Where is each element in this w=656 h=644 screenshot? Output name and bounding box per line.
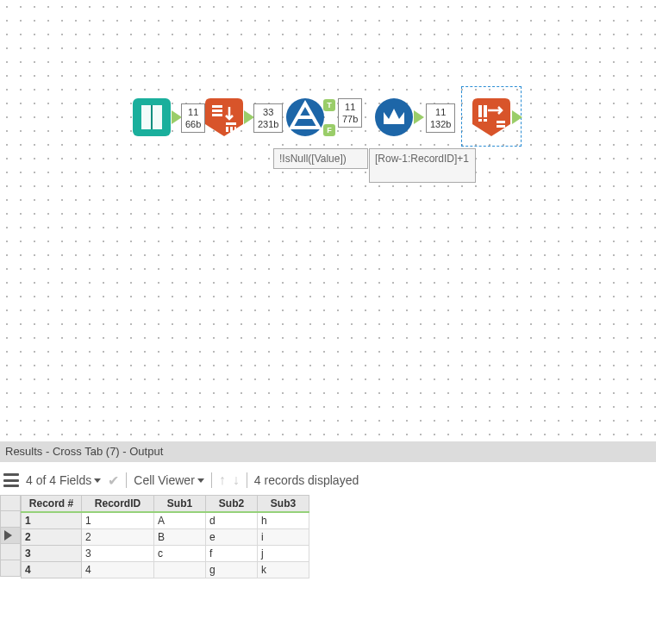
sort-asc-icon[interactable]: ↑ bbox=[219, 472, 226, 488]
separator bbox=[247, 472, 247, 488]
chevron-down-icon bbox=[197, 478, 204, 483]
gutter-row-active[interactable] bbox=[0, 528, 21, 544]
connector-arrow-icon bbox=[512, 110, 522, 124]
results-title-text: Results - Cross Tab (7) - Output bbox=[5, 445, 163, 458]
conn-label-input: 11 66b bbox=[181, 103, 205, 133]
gutter-row[interactable] bbox=[0, 544, 21, 560]
col-header[interactable]: Sub1 bbox=[154, 496, 206, 513]
conn-label-filter-t: 11 77b bbox=[338, 98, 362, 128]
cell-record-num: 3 bbox=[22, 546, 82, 562]
cell[interactable]: f bbox=[206, 546, 258, 562]
cell[interactable]: h bbox=[258, 512, 309, 529]
cell[interactable]: 2 bbox=[82, 529, 154, 546]
cell[interactable]: 1 bbox=[82, 512, 154, 529]
conn-bytes: 231b bbox=[258, 118, 278, 130]
table-row[interactable]: 3 3 c f j bbox=[22, 546, 309, 562]
results-grid[interactable]: Record # RecordID Sub1 Sub2 Sub3 1 1 A d… bbox=[21, 495, 309, 578]
cell[interactable]: j bbox=[258, 546, 309, 562]
results-toolbar: 4 of 4 Fields ✔ Cell Viewer ↑ ↓ 4 record… bbox=[0, 468, 656, 492]
conn-rows: 11 bbox=[342, 101, 358, 113]
cell[interactable]: A bbox=[154, 512, 206, 529]
gutter-row[interactable] bbox=[0, 560, 21, 577]
rows-icon[interactable] bbox=[3, 473, 19, 487]
separator bbox=[126, 472, 127, 488]
filter-false-anchor-icon: F bbox=[323, 124, 335, 136]
cell-record-num: 4 bbox=[22, 562, 82, 578]
annotation-filter: !IsNull([Value]) bbox=[273, 148, 368, 169]
conn-bytes: 132b bbox=[430, 118, 451, 130]
svg-rect-1 bbox=[212, 105, 222, 108]
separator bbox=[211, 472, 212, 488]
connector-arrow-icon bbox=[414, 110, 424, 124]
svg-rect-7 bbox=[234, 127, 236, 132]
svg-rect-15 bbox=[497, 121, 505, 123]
conn-label-transpose: 33 231b bbox=[253, 103, 283, 133]
table-row[interactable]: 1 1 A d h bbox=[22, 512, 309, 529]
tool-transpose[interactable] bbox=[205, 98, 243, 136]
cell[interactable]: g bbox=[206, 562, 258, 578]
tool-multirow-formula[interactable] bbox=[375, 98, 413, 136]
cell[interactable]: k bbox=[258, 562, 309, 578]
svg-rect-11 bbox=[478, 105, 482, 117]
cell[interactable]: e bbox=[206, 529, 258, 546]
check-icon[interactable]: ✔ bbox=[108, 472, 119, 489]
conn-rows: 33 bbox=[258, 106, 278, 118]
header-row: Record # RecordID Sub1 Sub2 Sub3 bbox=[22, 496, 309, 513]
conn-label-multirow: 11 132b bbox=[426, 103, 455, 133]
records-displayed-text: 4 records displayed bbox=[254, 473, 359, 487]
cell[interactable]: 3 bbox=[82, 546, 154, 562]
svg-rect-3 bbox=[212, 114, 222, 116]
svg-rect-6 bbox=[230, 127, 233, 132]
col-header[interactable]: Sub3 bbox=[258, 496, 309, 513]
row-gutter bbox=[0, 495, 21, 577]
svg-rect-4 bbox=[226, 122, 236, 125]
fields-summary-text: 4 of 4 Fields bbox=[26, 473, 91, 487]
tool-input[interactable] bbox=[133, 98, 171, 136]
conn-bytes: 77b bbox=[342, 113, 358, 125]
results-panel-title: Results - Cross Tab (7) - Output bbox=[0, 441, 656, 462]
sort-desc-icon[interactable]: ↓ bbox=[233, 472, 240, 488]
annotation-multirow: [Row-1:RecordID]+1 bbox=[369, 148, 476, 183]
workflow-canvas[interactable]: 11 66b 33 231b T F 11 77b !IsNull([Value… bbox=[0, 0, 656, 435]
svg-rect-5 bbox=[226, 127, 228, 132]
cell[interactable]: B bbox=[154, 529, 206, 546]
svg-rect-14 bbox=[484, 119, 487, 122]
conn-rows: 11 bbox=[185, 106, 201, 118]
cell[interactable]: c bbox=[154, 546, 206, 562]
cell[interactable] bbox=[154, 562, 206, 578]
svg-rect-12 bbox=[478, 119, 482, 122]
conn-bytes: 66b bbox=[185, 118, 201, 130]
tool-crosstab[interactable] bbox=[472, 98, 510, 136]
cell[interactable]: 4 bbox=[82, 562, 154, 578]
col-header[interactable]: Record # bbox=[22, 496, 82, 513]
fields-dropdown[interactable]: 4 of 4 Fields bbox=[26, 473, 101, 487]
svg-rect-16 bbox=[497, 125, 505, 128]
col-header[interactable]: RecordID bbox=[82, 496, 154, 513]
cell-viewer-label: Cell Viewer bbox=[134, 473, 195, 487]
svg-rect-2 bbox=[212, 109, 222, 112]
svg-rect-13 bbox=[484, 105, 487, 117]
tool-filter[interactable] bbox=[286, 98, 324, 136]
gutter-row[interactable] bbox=[0, 511, 21, 528]
conn-rows: 11 bbox=[430, 106, 451, 118]
annotation-text: [Row-1:RecordID]+1 bbox=[375, 153, 469, 165]
cell-record-num: 1 bbox=[22, 512, 82, 529]
table-row[interactable]: 2 2 B e i bbox=[22, 529, 309, 546]
gutter-header[interactable] bbox=[0, 495, 21, 511]
cell[interactable]: i bbox=[258, 529, 309, 546]
cell-viewer-dropdown[interactable]: Cell Viewer bbox=[134, 473, 204, 487]
cell[interactable]: d bbox=[206, 512, 258, 529]
annotation-text: !IsNull([Value]) bbox=[279, 153, 347, 165]
filter-true-anchor-icon: T bbox=[323, 99, 335, 111]
cell-record-num: 2 bbox=[22, 529, 82, 546]
col-header[interactable]: Sub2 bbox=[206, 496, 258, 513]
chevron-down-icon bbox=[94, 478, 101, 483]
table-row[interactable]: 4 4 g k bbox=[22, 562, 309, 578]
